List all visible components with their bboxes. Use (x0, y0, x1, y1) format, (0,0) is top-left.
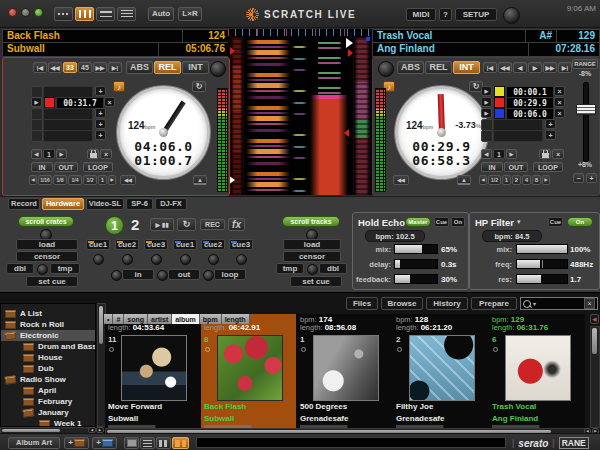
zoom-window-icon[interactable] (34, 8, 43, 17)
two-column-view-button[interactable] (156, 437, 171, 449)
header-collapse-icon[interactable]: ◀ (590, 314, 599, 324)
fx-button[interactable]: fx (228, 218, 245, 231)
play-pause-button[interactable]: ▶ ▮▮ (150, 218, 174, 231)
left-loop-slot-next-button[interactable]: ▶ (56, 149, 67, 159)
fx2-dropdown-icon[interactable]: ▾ (517, 218, 521, 226)
left-autoloop-12-button[interactable]: 1/2 (83, 175, 97, 185)
fx1-cue-button[interactable]: Cue (434, 217, 449, 227)
cue1-knob[interactable] (93, 254, 104, 265)
left-autoloop-116-button[interactable]: 1/16 (38, 175, 52, 185)
left-censor-button[interactable]: censor (16, 251, 78, 262)
cue4-knob[interactable] (180, 254, 191, 265)
left-autoloop-1-button[interactable]: 1 (98, 175, 107, 185)
left-load-button[interactable]: load (16, 239, 78, 250)
left-autoloop-next-button[interactable]: ▶ (108, 175, 116, 185)
right-autoloop-1-button[interactable]: 1 (502, 175, 511, 185)
deck2-cue1-button[interactable]: cue1 (173, 239, 197, 250)
column-bpm[interactable]: bpm (200, 314, 222, 324)
right-track-overview[interactable] (353, 37, 371, 195)
right-cue5-add-button[interactable]: + (545, 130, 556, 140)
column-song[interactable]: song (124, 314, 148, 324)
crate-february[interactable]: February (1, 396, 96, 407)
column-album[interactable]: album (172, 314, 200, 324)
right-loop-button[interactable]: LOOP (533, 162, 563, 172)
left-prev-track-button[interactable]: |◀ (33, 62, 47, 73)
fx1-mix-slider[interactable] (394, 244, 438, 254)
right-abs-mode-button[interactable]: ABS (397, 61, 424, 74)
left-deck-knob[interactable] (210, 61, 226, 77)
right-autoloop-4-button[interactable]: 4 (522, 175, 531, 185)
pitch-nudge-plus-button[interactable]: + (586, 173, 597, 183)
right-censor-reverse-button[interactable]: ◀◀ (393, 175, 409, 185)
deck2-cue3-button[interactable]: cue3 (229, 239, 253, 250)
fx2-name[interactable]: HP Filter (475, 217, 514, 228)
cue3-knob[interactable] (151, 254, 162, 265)
fx1-on-button[interactable]: On (451, 217, 465, 227)
album-art-button[interactable]: Album Art (8, 437, 60, 449)
loop-knob[interactable] (203, 270, 214, 281)
left-censor-reverse-button[interactable]: ◀◀ (120, 175, 136, 185)
right-tmp-dbl-knob[interactable] (307, 264, 318, 275)
in-button[interactable]: in (122, 269, 154, 280)
left-cue3-add-button[interactable]: + (95, 108, 106, 118)
loop-mode-button[interactable]: ↻ (177, 218, 196, 231)
left-cue2-delete-button[interactable]: × (104, 97, 115, 107)
minimize-window-icon[interactable] (21, 8, 30, 17)
crate-electronic[interactable]: Electronic (1, 330, 96, 341)
right-tmp-button[interactable]: tmp (276, 263, 304, 274)
right-autoloop-next-button[interactable]: ▶ (542, 175, 550, 185)
right-loop-slot-prev-button[interactable]: ◀ (481, 149, 492, 159)
pitch-slider-track[interactable] (583, 82, 589, 162)
left-ffwd-button[interactable]: ▶▶ (93, 62, 107, 73)
left-loop-slot-prev-button[interactable]: ◀ (31, 149, 42, 159)
auto-button[interactable]: Auto (148, 7, 174, 21)
loop-button[interactable]: loop (214, 269, 246, 280)
right-cue2-delete-button[interactable]: × (554, 97, 565, 107)
cue6-knob[interactable] (236, 254, 247, 265)
files-button[interactable]: Files (346, 297, 378, 310)
left-cue4-add-button[interactable]: + (95, 119, 106, 129)
setup-button[interactable]: SETUP (455, 8, 497, 21)
fx1-delay-slider[interactable] (394, 259, 438, 269)
deck2-cue2-button[interactable]: cue2 (201, 239, 225, 250)
right-loop-lock-button[interactable] (539, 149, 551, 159)
left-loop-lock-button[interactable] (87, 149, 99, 159)
right-cue2-play-button[interactable]: ▶ (481, 97, 492, 107)
library-v-scrollbar[interactable] (590, 326, 600, 428)
right-cue1-delete-button[interactable]: × (554, 86, 565, 96)
column-status[interactable]: • (104, 314, 113, 324)
track-cell-selected[interactable]: bpm: 124 length: 06:42.91 8 Back Flash S… (201, 314, 296, 428)
right-loop-in-button[interactable]: IN (481, 162, 503, 172)
help-button[interactable]: ? (439, 8, 452, 21)
midi-button[interactable]: MIDI (406, 8, 436, 21)
right-loop-clear-button[interactable]: × (552, 149, 564, 159)
crate-house[interactable]: House (1, 352, 96, 363)
left-speed-45-button[interactable]: 45 (78, 62, 92, 73)
tab-hardware[interactable]: Hardware (42, 198, 84, 210)
column-length[interactable]: length (222, 314, 250, 324)
crate-january[interactable]: January (1, 407, 96, 418)
right-loop-slot-next-button[interactable]: ▶ (506, 149, 517, 159)
left-cue5-add-button[interactable]: + (95, 130, 106, 140)
search-clear-icon[interactable]: × (584, 298, 595, 309)
left-repeat-icon[interactable]: ↻ (192, 81, 206, 92)
left-cue1-add-button[interactable]: + (95, 86, 106, 96)
crate-a-list[interactable]: A List (1, 308, 96, 319)
left-track-overview[interactable] (230, 37, 244, 195)
vertical-view-button[interactable] (75, 7, 94, 21)
track-cell[interactable]: bpm: 174 length: 08:56.08 1 500 Degrees … (297, 314, 392, 428)
left-autoloop-14-button[interactable]: 1/4 (68, 175, 82, 185)
simple-list-view-button[interactable] (124, 437, 139, 449)
fx1-bpm[interactable]: bpm: 102.5 (365, 230, 425, 242)
left-eject-button[interactable]: ▲ (193, 175, 207, 185)
right-rewind-button[interactable]: ◀◀ (498, 62, 512, 73)
right-cue4-add-button[interactable]: + (545, 119, 556, 129)
right-cue1-play-button[interactable]: ▶ (481, 86, 492, 96)
right-rel-mode-button[interactable]: REL (425, 61, 452, 74)
cue2-knob[interactable] (122, 254, 133, 265)
fx2-res-slider[interactable] (516, 274, 568, 284)
out-button[interactable]: out (168, 269, 200, 280)
deck1-cue3-button[interactable]: cue3 (144, 239, 168, 250)
horizontal-view-button[interactable] (96, 7, 115, 21)
prepare-button[interactable]: Prepare (471, 297, 517, 310)
